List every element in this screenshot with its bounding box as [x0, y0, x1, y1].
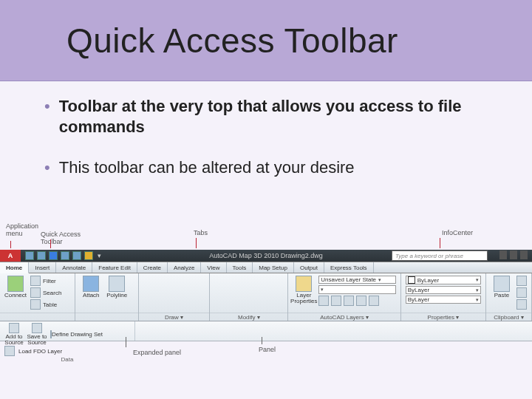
slide-content: • Toolbar at the very top that allows yo… — [44, 96, 495, 199]
callout-labels-top: Application menu Quick Access Toolbar Ta… — [0, 223, 532, 250]
tab-insert[interactable]: Insert — [29, 262, 56, 273]
search-cmd-icon — [30, 287, 41, 298]
ribbon-body: Connect Filter Search Table Attach — [0, 273, 532, 321]
table-label: Table — [43, 301, 57, 308]
attach-button[interactable]: Attach — [80, 276, 102, 299]
label-expanded-panel: Expanded panel — [133, 349, 181, 356]
infocenter-icons — [499, 250, 528, 259]
paste-button[interactable]: Paste — [491, 276, 513, 299]
connect-button[interactable]: Connect — [4, 276, 27, 299]
search-input[interactable]: Type a keyword or phrase — [392, 250, 488, 261]
quick-access-toolbar: ▾ — [21, 251, 106, 260]
pointer-line — [10, 241, 11, 248]
lineweight-dropdown[interactable]: ByLayer▾ — [406, 296, 481, 304]
layer-icon[interactable] — [369, 296, 379, 306]
tab-feature-edit[interactable]: Feature Edit — [92, 262, 137, 273]
panel-layers: Layer Properties Unsaved Layer State▾ ▾ — [288, 273, 400, 321]
save-icon[interactable] — [49, 251, 58, 260]
open-icon[interactable] — [37, 251, 46, 260]
panel-properties-title[interactable]: Properties ▾ — [401, 313, 485, 321]
color-value: ByLayer — [417, 277, 474, 284]
layer-properties-label: Layer Properties — [290, 293, 317, 304]
sign-in-icon[interactable] — [510, 250, 517, 259]
pointer-line — [126, 337, 126, 347]
label-panel: Panel — [259, 346, 276, 353]
label-infocenter: InfoCenter — [442, 229, 473, 236]
polyline-button[interactable]: Polyline — [106, 276, 128, 299]
callout-labels-bottom: Panel Expanded panel — [0, 341, 532, 364]
chevron-down-icon: ▾ — [476, 287, 479, 293]
bullet-dot-icon: • — [44, 157, 50, 178]
paste-label: Paste — [494, 293, 509, 299]
paste-icon — [494, 276, 510, 292]
panel-clipboard: Paste Clipboard ▾ — [486, 273, 532, 321]
layer-dropdown[interactable]: ▾ — [318, 285, 395, 294]
polyline-label: Polyline — [106, 293, 127, 299]
copy-clip-icon[interactable] — [516, 287, 527, 298]
layer-icon[interactable] — [318, 296, 329, 306]
search-button[interactable]: Search — [30, 287, 61, 298]
layer-properties-button[interactable]: Layer Properties — [293, 276, 315, 304]
ribbon-expanded-row: Add to Source Save to Source Define Draw… — [0, 321, 532, 341]
layer-state-dropdown[interactable]: Unsaved Layer State▾ — [318, 276, 395, 284]
lineweight-value: ByLayer — [408, 296, 474, 303]
panel-modify-title[interactable]: Modify ▾ — [210, 313, 287, 321]
panel-modify: Modify ▾ — [210, 273, 288, 321]
pointer-line — [440, 238, 440, 248]
linetype-dropdown[interactable]: ByLayer▾ — [406, 286, 481, 294]
new-icon[interactable] — [25, 251, 34, 260]
panel-data-a: Connect Filter Search Table — [0, 273, 75, 321]
tab-map-setup[interactable]: Map Setup — [253, 262, 294, 273]
tab-create[interactable]: Create — [137, 262, 168, 273]
pointer-line — [196, 238, 197, 248]
bullet-item: • Toolbar at the very top that allows yo… — [44, 96, 495, 137]
color-dropdown[interactable]: ByLayer▾ — [406, 276, 481, 284]
layer-properties-icon — [296, 276, 312, 292]
panel-layers-title[interactable]: AutoCAD Layers ▾ — [288, 313, 400, 321]
layer-icon[interactable] — [344, 296, 354, 306]
plot-icon[interactable] — [84, 251, 93, 260]
window-title-text: AutoCAD Map 3D 2010 Drawing2.dwg — [209, 252, 323, 259]
pointer-line — [50, 239, 51, 248]
connect-icon — [7, 276, 24, 292]
save-to-source-icon — [32, 323, 42, 333]
pointer-line — [262, 337, 262, 344]
label-tabs: Tabs — [194, 229, 208, 236]
tab-view[interactable]: View — [201, 262, 226, 273]
tab-home[interactable]: Home — [0, 262, 29, 273]
layer-state-value: Unsaved Layer State — [321, 276, 376, 283]
tab-output[interactable]: Output — [294, 262, 324, 273]
filter-button[interactable]: Filter — [30, 276, 61, 286]
undo-icon[interactable] — [61, 251, 69, 260]
tab-tools[interactable]: Tools — [227, 262, 253, 273]
cut-icon[interactable] — [516, 276, 527, 286]
search-icon[interactable] — [499, 250, 507, 259]
window-titlebar: A ▾ AutoCAD Map 3D 2010 Drawing2.dwg Typ… — [0, 250, 532, 262]
panel-clipboard-title[interactable]: Clipboard ▾ — [486, 313, 531, 321]
ribbon-tabs: Home Insert Annotate Feature Edit Create… — [0, 262, 532, 273]
chevron-down-icon: ▾ — [321, 287, 324, 293]
define-drawing-set-label: Define Drawing Set — [52, 331, 103, 338]
match-icon[interactable] — [516, 299, 527, 310]
tab-annotate[interactable]: Annotate — [56, 262, 92, 273]
help-icon[interactable] — [520, 250, 528, 259]
redo-icon[interactable] — [72, 251, 81, 260]
chevron-down-icon: ▾ — [476, 297, 479, 303]
application-menu-button[interactable]: A — [0, 250, 21, 262]
layer-icon[interactable] — [331, 296, 341, 306]
layer-icon[interactable] — [356, 296, 366, 306]
define-drawing-set-button[interactable]: Define Drawing Set — [50, 331, 103, 338]
tab-analyze[interactable]: Analyze — [168, 262, 201, 273]
table-button[interactable]: Table — [30, 299, 61, 310]
panel-draw: Draw ▾ — [139, 273, 211, 321]
panel-properties: ByLayer▾ ByLayer▾ ByLayer▾ Properties ▾ — [401, 273, 486, 321]
bullet-dot-icon: • — [44, 96, 50, 117]
slide-title: Quick Access Toolbar — [66, 21, 398, 61]
panel-draw-title[interactable]: Draw ▾ — [139, 313, 210, 321]
tab-express-tools[interactable]: Express Tools — [324, 262, 374, 273]
panel-data-b: Attach Polyline — [75, 273, 139, 321]
qat-dropdown-icon[interactable]: ▾ — [96, 251, 102, 260]
panel-title — [0, 313, 75, 321]
polyline-icon — [109, 276, 125, 292]
chevron-down-icon: ▾ — [476, 277, 479, 283]
